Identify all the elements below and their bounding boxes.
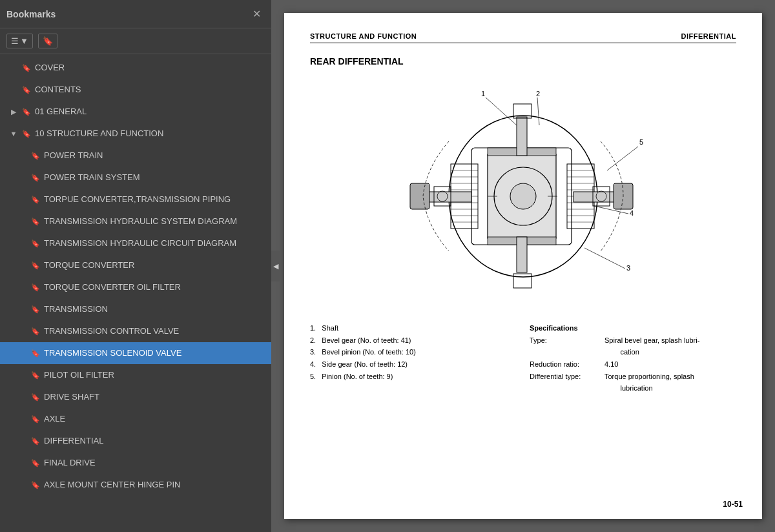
sidebar: Bookmarks ✕ ☰ ▼ 🔖 🔖COVER🔖CONTENTS▶🔖01 GE… <box>0 0 271 532</box>
spec-type-value: Spiral bevel gear, splash lubri- cation <box>604 334 699 358</box>
main-content: STRUCTURE AND FUNCTION DIFFERENTIAL REAR… <box>271 0 775 532</box>
bookmark-flag-icon: 🔖 <box>31 305 40 314</box>
svg-text:4: 4 <box>630 209 634 217</box>
bookmark-flag-icon: 🔖 <box>31 415 40 424</box>
bookmark-label-axle-mount: AXLE MOUNT CENTER HINGE PIN <box>44 480 265 491</box>
bookmark-list: 🔖COVER🔖CONTENTS▶🔖01 GENERAL▼🔖10 STRUCTUR… <box>0 54 271 532</box>
bookmark-label-transmission-hydraulic-circuit: TRANSMISSION HYDRAULIC CIRCUIT DIAGRAM <box>44 238 265 249</box>
expand-toggle-structure[interactable]: ▼ <box>9 130 18 138</box>
bookmark-label-axle: AXLE <box>44 414 265 425</box>
spec-item-3: 3. Bevel pinion (No. of teeth: 10) <box>310 346 517 358</box>
sidebar-collapse-button[interactable]: ◀ <box>271 251 280 281</box>
bookmark-item-torque-converter-piping[interactable]: 🔖TORPUE CONVERTER,TRANSMISSION PIPING <box>0 189 271 210</box>
bookmark-flag-icon: 🔖 <box>31 349 40 358</box>
bookmark-item-power-train-system[interactable]: 🔖POWER TRAIN SYSTEM <box>0 167 271 189</box>
bookmark-item-contents[interactable]: 🔖CONTENTS <box>0 79 271 101</box>
page-header-left: STRUCTURE AND FUNCTION <box>310 32 417 40</box>
svg-rect-38 <box>517 117 527 156</box>
spec-item-5: 5. Pinion (No. of teeth: 9) <box>310 371 517 383</box>
bookmark-label-transmission-solenoid-valve: TRANSMISSION SOLENOID VALVE <box>44 348 265 359</box>
bookmark-item-torque-converter-oil-filter[interactable]: 🔖TORQUE CONVERTER OIL FILTER <box>0 276 271 298</box>
bookmark-item-transmission-hydraulic-circuit[interactable]: 🔖TRANSMISSION HYDRAULIC CIRCUIT DIAGRAM <box>0 232 271 254</box>
spec-item-2: 2. Bevel gear (No. of teeth: 41) <box>310 334 517 347</box>
bookmark-item-drive-shaft[interactable]: 🔖DRIVE SHAFT <box>0 386 271 408</box>
bookmark-label-differential: DIFFERENTIAL <box>44 436 265 447</box>
diagram-container: 1 2 5 4 3 <box>310 77 736 309</box>
bookmark-item-final-drive[interactable]: 🔖FINAL DRIVE <box>0 452 271 474</box>
bookmark-item-transmission-solenoid-valve[interactable]: 🔖TRANSMISSION SOLENOID VALVE <box>0 342 271 364</box>
bookmark-item-transmission-hydraulic-system[interactable]: 🔖TRANSMISSION HYDRAULIC SYSTEM DIAGRAM <box>0 210 271 232</box>
list-icon: ☰ <box>11 36 19 46</box>
svg-text:5: 5 <box>639 138 643 146</box>
bookmark-item-transmission-control-valve[interactable]: 🔖TRANSMISSION CONTROL VALVE <box>0 320 271 342</box>
bookmark-item-torque-converter[interactable]: 🔖TORQUE CONVERTER <box>0 254 271 276</box>
bookmark-label-transmission-control-valve: TRANSMISSION CONTROL VALVE <box>44 326 265 337</box>
bookmark-label-torque-converter: TORQUE CONVERTER <box>44 260 265 271</box>
page-header: STRUCTURE AND FUNCTION DIFFERENTIAL <box>310 32 736 43</box>
bookmark-flag-icon: 🔖 <box>31 218 40 226</box>
specifications-title: Specifications <box>530 322 736 334</box>
bookmark-item-structure[interactable]: ▼🔖10 STRUCTURE AND FUNCTION <box>0 123 271 145</box>
bookmark-flag-icon: 🔖 <box>22 130 31 138</box>
bookmark-flag-icon: 🔖 <box>31 261 40 270</box>
svg-text:1: 1 <box>481 90 485 97</box>
bookmark-flag-icon: 🔖 <box>31 459 40 467</box>
bookmark-item-power-train[interactable]: 🔖POWER TRAIN <box>0 145 271 167</box>
spec-reduction-value: 4.10 <box>604 358 618 371</box>
bookmark-label-power-train: POWER TRAIN <box>44 150 265 161</box>
bookmark-label-cover: COVER <box>35 63 265 74</box>
bookmark-item-axle[interactable]: 🔖AXLE <box>0 408 271 430</box>
bookmark-label-transmission: TRANSMISSION <box>44 304 265 315</box>
bookmark-label-structure: 10 STRUCTURE AND FUNCTION <box>35 128 265 139</box>
sidebar-close-button[interactable]: ✕ <box>249 8 265 21</box>
svg-text:2: 2 <box>536 90 540 97</box>
differential-diagram: 1 2 5 4 3 <box>388 77 659 309</box>
bookmark-flag-icon: 🔖 <box>31 174 40 182</box>
bookmark-item-pilot-oil-filter[interactable]: 🔖PILOT OIL FILTER <box>0 364 271 386</box>
spec-reduction-label: Reduction ratio: <box>530 358 601 371</box>
bookmark-label-final-drive: FINAL DRIVE <box>44 458 265 469</box>
bookmark-flag-icon: 🔖 <box>22 86 31 94</box>
bookmark-item-cover[interactable]: 🔖COVER <box>0 57 271 79</box>
bookmark-label-contents: CONTENTS <box>35 85 265 96</box>
bookmark-label-torque-converter-oil-filter: TORQUE CONVERTER OIL FILTER <box>44 282 265 293</box>
spec-type-label: Type: <box>530 334 601 358</box>
dropdown-arrow-icon: ▼ <box>20 36 28 46</box>
spec-reduction-row: Reduction ratio: 4.10 <box>530 358 736 371</box>
spec-diff-value: Torque proportioning, splash lubrication <box>604 371 694 394</box>
bookmark-flag-icon: 🔖 <box>31 240 40 248</box>
spec-diff-label: Differential type: <box>530 371 601 394</box>
document-page: STRUCTURE AND FUNCTION DIFFERENTIAL REAR… <box>284 13 762 519</box>
page-number: 10-51 <box>723 500 743 509</box>
expand-toggle-general[interactable]: ▶ <box>9 108 18 116</box>
bookmark-flag-icon: 🔖 <box>31 152 40 160</box>
bookmark-options-button[interactable]: 🔖 <box>38 34 57 48</box>
sidebar-toolbar: ☰ ▼ 🔖 <box>0 28 271 54</box>
bookmark-label-transmission-hydraulic-system: TRANSMISSION HYDRAULIC SYSTEM DIAGRAM <box>44 216 265 227</box>
specs-list: 1. Shaft 2. Bevel gear (No. of teeth: 41… <box>310 322 517 394</box>
bookmark-item-axle-mount[interactable]: 🔖AXLE MOUNT CENTER HINGE PIN <box>0 474 271 496</box>
bookmark-label-drive-shaft: DRIVE SHAFT <box>44 392 265 403</box>
sidebar-title: Bookmarks <box>6 9 56 19</box>
bookmark-flag-icon: 🔖 <box>22 108 31 116</box>
svg-rect-39 <box>517 237 527 272</box>
specs-section: 1. Shaft 2. Bevel gear (No. of teeth: 41… <box>310 322 736 394</box>
section-title: REAR DIFFERENTIAL <box>310 56 736 66</box>
bookmark-flag-icon: 🔖 <box>31 283 40 292</box>
bookmark-item-general[interactable]: ▶🔖01 GENERAL <box>0 101 271 123</box>
sidebar-header: Bookmarks ✕ <box>0 0 271 28</box>
page-header-right: DIFFERENTIAL <box>681 32 736 40</box>
bookmark-flag-icon: 🔖 <box>31 481 40 489</box>
bookmark-icon: 🔖 <box>43 36 53 46</box>
bookmark-item-differential[interactable]: 🔖DIFFERENTIAL <box>0 430 271 452</box>
spec-type-row: Type: Spiral bevel gear, splash lubri- c… <box>530 334 736 358</box>
bookmark-flag-icon: 🔖 <box>31 437 40 445</box>
spec-item-4: 4. Side gear (No. of teeth: 12) <box>310 358 517 371</box>
bookmark-label-torque-converter-piping: TORPUE CONVERTER,TRANSMISSION PIPING <box>44 194 265 205</box>
bookmark-label-power-train-system: POWER TRAIN SYSTEM <box>44 172 265 183</box>
chevron-left-icon: ◀ <box>273 262 278 271</box>
view-options-button[interactable]: ☰ ▼ <box>6 34 33 48</box>
svg-rect-36 <box>423 192 471 202</box>
bookmark-item-transmission[interactable]: 🔖TRANSMISSION <box>0 298 271 320</box>
bookmark-flag-icon: 🔖 <box>22 64 31 72</box>
